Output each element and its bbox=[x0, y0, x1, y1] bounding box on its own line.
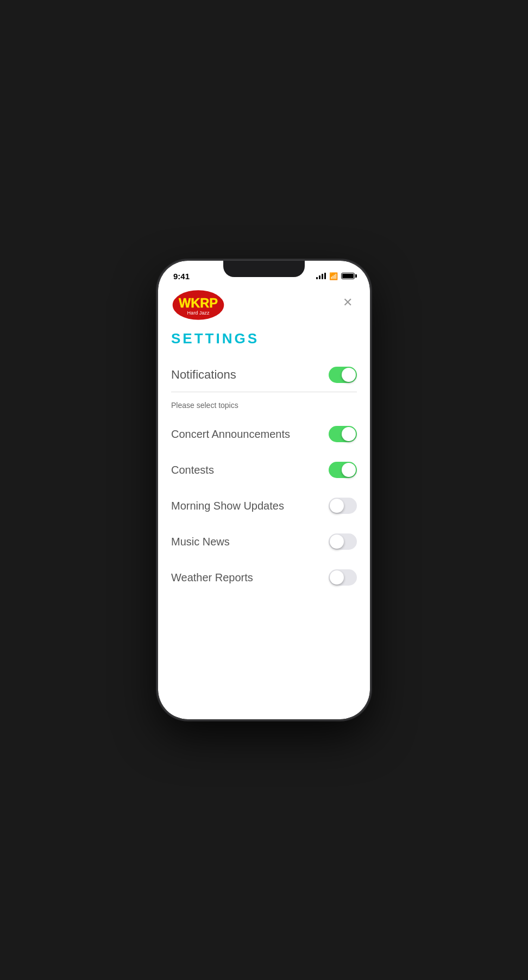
topic-name: Weather Reports bbox=[171, 571, 253, 584]
topics-list: Concert AnnouncementsContestsMorning Sho… bbox=[171, 416, 357, 595]
topic-toggle-2[interactable] bbox=[329, 498, 357, 514]
notch bbox=[223, 261, 305, 277]
header-row: WKRP Hard Jazz ✕ bbox=[171, 289, 357, 322]
signal-icon bbox=[316, 273, 326, 279]
toggle-track bbox=[329, 426, 357, 442]
close-button[interactable]: ✕ bbox=[338, 291, 357, 314]
topics-section: Please select topics Concert Announcemen… bbox=[171, 401, 357, 595]
notifications-row: Notifications bbox=[171, 360, 357, 390]
topic-row: Contests bbox=[171, 452, 357, 488]
topic-toggle-4[interactable] bbox=[329, 569, 357, 586]
topic-row: Concert Announcements bbox=[171, 416, 357, 452]
topics-label: Please select topics bbox=[171, 401, 357, 410]
toggle-track bbox=[329, 533, 357, 550]
topic-row: Music News bbox=[171, 524, 357, 560]
divider bbox=[171, 392, 357, 392]
logo-svg: WKRP Hard Jazz bbox=[171, 289, 225, 322]
topic-row: Weather Reports bbox=[171, 560, 357, 595]
battery-icon bbox=[341, 273, 355, 279]
topic-name: Music News bbox=[171, 536, 230, 548]
topic-name: Morning Show Updates bbox=[171, 500, 284, 512]
notifications-toggle[interactable] bbox=[329, 367, 357, 383]
logo: WKRP Hard Jazz bbox=[171, 289, 225, 322]
status-icons: 📶 bbox=[316, 272, 355, 280]
status-time: 9:41 bbox=[173, 272, 190, 281]
phone-screen: 9:41 📶 bbox=[158, 261, 370, 719]
notifications-label: Notifications bbox=[171, 368, 236, 382]
toggle-track bbox=[329, 462, 357, 478]
topic-toggle-3[interactable] bbox=[329, 533, 357, 550]
topic-toggle-1[interactable] bbox=[329, 462, 357, 478]
wifi-icon: 📶 bbox=[329, 272, 338, 280]
app-content: WKRP Hard Jazz ✕ SETTINGS Notifications bbox=[158, 285, 370, 719]
page-title: SETTINGS bbox=[171, 330, 357, 347]
topic-name: Contests bbox=[171, 464, 214, 476]
toggle-thumb bbox=[342, 463, 356, 477]
svg-text:WKRP: WKRP bbox=[179, 296, 218, 310]
toggle-thumb bbox=[330, 570, 344, 585]
topic-toggle-0[interactable] bbox=[329, 426, 357, 442]
toggle-thumb bbox=[342, 427, 356, 441]
toggle-track bbox=[329, 498, 357, 514]
phone-frame: 9:41 📶 bbox=[158, 261, 370, 719]
toggle-thumb bbox=[330, 499, 344, 513]
topic-row: Morning Show Updates bbox=[171, 488, 357, 524]
topic-name: Concert Announcements bbox=[171, 428, 290, 441]
toggle-track bbox=[329, 569, 357, 586]
notifications-toggle-track bbox=[329, 367, 357, 383]
svg-text:Hard Jazz: Hard Jazz bbox=[187, 310, 210, 316]
notifications-toggle-thumb bbox=[342, 368, 356, 382]
toggle-thumb bbox=[330, 535, 344, 549]
